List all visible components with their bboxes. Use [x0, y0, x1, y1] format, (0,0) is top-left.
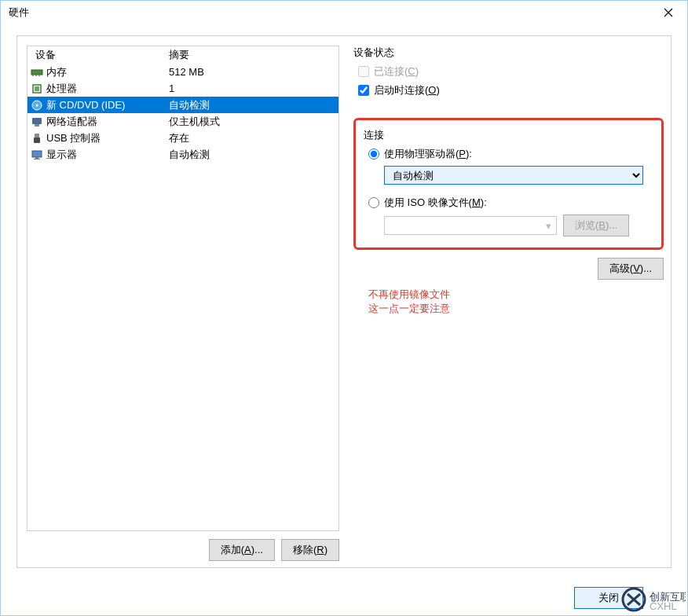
add-button[interactable]: 添加(A)...	[209, 539, 275, 561]
cpu-icon	[31, 82, 43, 95]
svg-text:CXHL: CXHL	[650, 600, 677, 612]
browse-button: 浏览(B)...	[563, 214, 629, 236]
physical-drive-label[interactable]: 使用物理驱动器(P):	[384, 147, 472, 161]
device-summary: 仅主机模式	[169, 115, 339, 129]
device-row-usb[interactable]: USB 控制器 存在	[27, 130, 339, 146]
poweron-checkbox[interactable]	[358, 85, 369, 96]
chevron-down-icon: ▾	[541, 218, 555, 233]
advanced-row: 高级(V)...	[353, 258, 664, 280]
physical-drive-dropdown[interactable]: 自动检测	[384, 166, 643, 185]
iso-input-row: ▾ 浏览(B)...	[384, 214, 653, 236]
device-name: 显示器	[46, 148, 77, 162]
device-name: 网络适配器	[46, 115, 97, 129]
connection-group: 连接 使用物理驱动器(P): 自动检测 使用 ISO 映像文件(M): ▾	[353, 118, 664, 250]
close-icon	[664, 8, 673, 17]
device-row-cddvd[interactable]: 新 CD/DVD (IDE) 自动检测	[27, 97, 339, 113]
display-icon	[31, 148, 43, 161]
iso-file-label[interactable]: 使用 ISO 映像文件(M):	[384, 196, 487, 210]
advanced-button[interactable]: 高级(V)...	[598, 258, 664, 280]
device-summary: 自动检测	[169, 98, 339, 112]
network-icon	[31, 116, 43, 128]
device-row-memory[interactable]: 内存 512 MB	[27, 64, 339, 80]
device-row-display[interactable]: 显示器 自动检测	[27, 146, 339, 163]
device-row-nic[interactable]: 网络适配器 仅主机模式	[27, 113, 339, 130]
usb-icon	[31, 132, 43, 145]
close-button[interactable]	[653, 2, 684, 23]
connected-row: 已连接(C)	[358, 64, 664, 79]
svg-point-7	[36, 104, 38, 106]
logo-icon: 创新互联 CXHL	[618, 585, 686, 614]
connected-label: 已连接(C)	[374, 64, 419, 79]
svg-rect-12	[32, 151, 42, 157]
svg-rect-11	[34, 138, 40, 143]
device-name: USB 控制器	[46, 131, 101, 145]
device-summary: 自动检测	[169, 148, 339, 162]
watermark-logo: 创新互联 CXHL	[617, 584, 687, 615]
physical-drive-row: 使用物理驱动器(P):	[368, 147, 653, 161]
annotation-text: 不再使用镜像文件 这一点一定要注意	[368, 288, 450, 316]
device-list-buttons: 添加(A)... 移除(R)	[27, 539, 339, 561]
header-device: 设备	[27, 48, 169, 62]
dialog-footer: 关闭 创新互联 CXHL	[1, 581, 687, 615]
content-frame: 设备 摘要 内存 512 MB 处理器 1 新	[16, 35, 672, 568]
device-name: 处理器	[46, 82, 77, 96]
device-name: 新 CD/DVD (IDE)	[46, 98, 125, 112]
svg-rect-14	[34, 159, 40, 160]
device-status-group: 设备状态 已连接(C) 启动时连接(O)	[353, 46, 664, 110]
poweron-row: 启动时连接(O)	[358, 83, 664, 97]
physical-drive-radio[interactable]	[368, 148, 379, 160]
remove-button[interactable]: 移除(R)	[281, 539, 339, 561]
titlebar: 硬件	[1, 1, 687, 24]
device-row-cpu[interactable]: 处理器 1	[27, 80, 339, 97]
device-summary: 512 MB	[169, 66, 339, 78]
svg-rect-8	[32, 118, 42, 124]
iso-input-wrap: ▾	[384, 216, 557, 235]
device-name: 内存	[46, 65, 67, 79]
device-list-panel: 设备 摘要 内存 512 MB 处理器 1 新	[27, 46, 339, 531]
device-summary: 存在	[169, 131, 339, 145]
svg-rect-1	[32, 75, 34, 76]
svg-rect-9	[35, 124, 39, 126]
hardware-dialog: 硬件 设备 摘要 内存 512 MB 处理器	[0, 0, 688, 616]
right-panel: 设备状态 已连接(C) 启动时连接(O) 连接 使用物理驱动器(P): 自动检测	[353, 46, 664, 280]
svg-rect-2	[35, 75, 37, 76]
device-status-legend: 设备状态	[353, 46, 664, 60]
connected-checkbox	[358, 66, 369, 77]
iso-file-row: 使用 ISO 映像文件(M):	[368, 196, 653, 210]
iso-file-input	[384, 216, 557, 235]
svg-rect-10	[35, 134, 39, 138]
svg-rect-13	[35, 157, 38, 159]
device-list-header: 设备 摘要	[27, 46, 339, 64]
svg-rect-0	[31, 70, 42, 75]
poweron-label[interactable]: 启动时连接(O)	[374, 83, 440, 97]
iso-file-radio[interactable]	[368, 197, 379, 208]
svg-rect-5	[35, 86, 39, 91]
cd-icon	[31, 99, 43, 112]
window-title: 硬件	[9, 6, 29, 20]
device-summary: 1	[169, 82, 339, 94]
connection-legend: 连接	[364, 128, 653, 142]
memory-icon	[31, 66, 43, 79]
svg-rect-3	[38, 75, 40, 76]
header-summary: 摘要	[169, 48, 339, 62]
